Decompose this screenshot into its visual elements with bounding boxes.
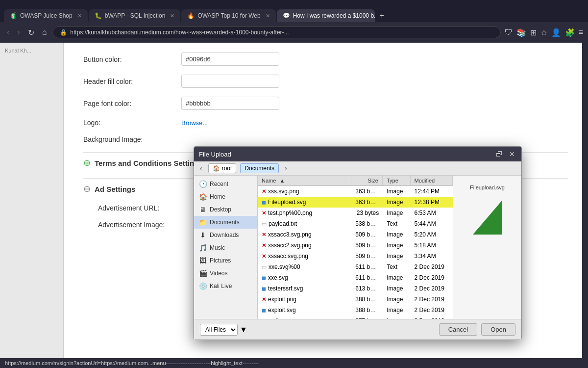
filemodified: 6:53 AM [411, 209, 453, 217]
filesize: 538 bytes [351, 219, 383, 228]
file-row[interactable]: ◼csrf.svg 377 bytes Image 2 Dec 2019 [258, 315, 453, 319]
dialog-title: File Upload [199, 151, 231, 158]
music-icon: 🎵 [199, 244, 207, 252]
xss-icon: ✕ [262, 188, 266, 195]
col-type[interactable]: Type [383, 176, 411, 185]
file-row-selected[interactable]: ◼Fileupload.svg 363 bytes Image 12:38 PM [258, 197, 453, 208]
toolbar-back-button[interactable]: ‹ [198, 163, 204, 173]
dialog-footer: All Files ▼ Cancel Open [194, 319, 521, 340]
sidebar-item-music[interactable]: 🎵 Music [194, 241, 257, 254]
dialog-overlay: File Upload 🗗 ✕ ‹ 🏠 root Documents › 🕐 [0, 0, 588, 368]
filemodified: 2 Dec 2019 [411, 306, 453, 315]
file-row[interactable]: ✕xssacc2.svg.png 509 bytes Image 5:18 AM [258, 240, 453, 251]
sidebar-label-pictures: Pictures [210, 257, 231, 264]
sidebar-item-desktop[interactable]: 🖥 Desktop [194, 203, 257, 216]
sidebar-item-downloads[interactable]: ⬇ Downloads [194, 229, 257, 241]
filename: xssacc.svg.png [268, 253, 308, 260]
xss-icon: ✕ [262, 210, 266, 216]
sidebar-item-kali[interactable]: 💿 Kali Live [194, 280, 257, 292]
filesize: 611 bytes [351, 263, 383, 271]
documents-label: Documents [245, 165, 274, 172]
filename: exploit.svg [268, 307, 296, 314]
sidebar-label-downloads: Downloads [210, 232, 239, 238]
col-modified[interactable]: Modified [411, 176, 453, 185]
sort-arrow: ▲ [279, 178, 285, 184]
preview-icon [470, 200, 505, 235]
home-icon: 🏠 [213, 165, 220, 172]
filetype: Image [383, 295, 410, 304]
dialog-close-button[interactable]: ✕ [508, 150, 516, 158]
filemodified: 12:38 PM [411, 198, 453, 207]
xss-icon: ✕ [262, 253, 266, 260]
toolbar-forward-button[interactable]: › [283, 163, 289, 173]
root-label: root [222, 165, 232, 172]
col-name[interactable]: Name ▲ [258, 176, 351, 185]
file-row[interactable]: ▭xxe.svg%00 611 bytes Text 2 Dec 2019 [258, 262, 453, 272]
filesize: 611 bytes [351, 273, 383, 282]
dialog-titlebar: File Upload 🗗 ✕ [194, 147, 521, 161]
toolbar-documents-button[interactable]: Documents [240, 163, 279, 173]
sidebar-item-home[interactable]: 🏠 Home [194, 190, 257, 203]
recent-icon: 🕐 [199, 180, 207, 188]
filename: xss.svg.png [268, 188, 299, 195]
file-row[interactable]: ◼testerssrf.svg 613 bytes Image 2 Dec 20… [258, 283, 453, 294]
filetype: Image [383, 273, 410, 282]
filemodified: 5:44 AM [411, 219, 453, 228]
filetype: Image [383, 241, 410, 250]
file-row[interactable]: ✕xss.svg.png 363 bytes Image 12:44 PM [258, 186, 453, 197]
filesize: 363 bytes [351, 187, 383, 196]
svg-icon: ◼ [262, 275, 266, 281]
file-row[interactable]: ✕xssacc3.svg.png 509 bytes Image 5:20 AM [258, 229, 453, 240]
filename: xssacc3.svg.png [268, 231, 312, 238]
filename: Fileupload.svg [268, 199, 306, 206]
cancel-button[interactable]: Cancel [439, 323, 477, 336]
sidebar-item-pictures[interactable]: 🖼 Pictures [194, 254, 257, 267]
xss-icon: ✕ [262, 232, 266, 238]
dialog-sidebar: 🕐 Recent 🏠 Home 🖥 Desktop 📁 Documents ⬇ [194, 176, 258, 319]
file-row[interactable]: ✕exploit.png 388 bytes Image 2 Dec 2019 [258, 294, 453, 305]
sidebar-label-recent: Recent [210, 181, 228, 187]
filesize: 388 bytes [351, 306, 383, 315]
col-size[interactable]: Size [351, 176, 383, 185]
file-row[interactable]: ◼exploit.svg 388 bytes Image 2 Dec 2019 [258, 305, 453, 315]
filetype: Image [383, 230, 410, 239]
file-row[interactable]: ✕test.php%00.png 23 bytes Image 6:53 AM [258, 208, 453, 218]
filemodified: 2 Dec 2019 [411, 295, 453, 304]
sidebar-item-videos[interactable]: 🎬 Videos [194, 267, 257, 280]
file-row[interactable]: ✕xssacc.svg.png 509 bytes Image 3:34 AM [258, 251, 453, 262]
home-icon: 🏠 [199, 193, 207, 201]
desktop-icon: 🖥 [199, 206, 207, 213]
preview-svg [473, 200, 502, 235]
svg-icon: ◼ [262, 286, 266, 292]
file-row[interactable]: ▭payload.txt 538 bytes Text 5:44 AM [258, 218, 453, 229]
file-upload-dialog: File Upload 🗗 ✕ ‹ 🏠 root Documents › 🕐 [194, 146, 522, 340]
filesize: 23 bytes [351, 209, 383, 217]
filetype: Image [383, 284, 410, 293]
open-button[interactable]: Open [481, 323, 515, 336]
filetype: Image [383, 198, 410, 207]
filesize: 509 bytes [351, 241, 383, 250]
filemodified: 2 Dec 2019 [411, 273, 453, 282]
sidebar-item-documents[interactable]: 📁 Documents [194, 216, 257, 229]
preview-panel: Fileupload.svg [453, 176, 521, 319]
filemodified: 2 Dec 2019 [411, 284, 453, 293]
sidebar-item-recent[interactable]: 🕐 Recent [194, 178, 257, 190]
filetype: Image [383, 187, 410, 196]
svg-icon: ◼ [262, 307, 266, 314]
preview-filename: Fileupload.svg [470, 184, 505, 190]
file-filter-dropdown[interactable]: All Files ▼ [200, 324, 247, 336]
file-filter-select[interactable]: All Files [200, 324, 238, 336]
filename: xssacc2.svg.png [268, 242, 312, 249]
status-text: https://medium.com/m/signin?actionUrl=ht… [5, 360, 259, 366]
downloads-icon: ⬇ [199, 231, 207, 239]
dialog-restore-button[interactable]: 🗗 [495, 150, 504, 158]
filesize: 509 bytes [351, 252, 383, 261]
toolbar-root-button[interactable]: 🏠 root [208, 163, 237, 173]
file-row[interactable]: ◼xxe.svg 611 bytes Image 2 Dec 2019 [258, 272, 453, 283]
filetype: Image [383, 209, 410, 217]
filename: xxe.svg [268, 274, 288, 281]
filetype: Image [383, 252, 410, 261]
xss-icon: ✕ [262, 242, 266, 249]
filesize: 388 bytes [351, 295, 383, 304]
dropdown-arrow-icon: ▼ [240, 325, 247, 334]
